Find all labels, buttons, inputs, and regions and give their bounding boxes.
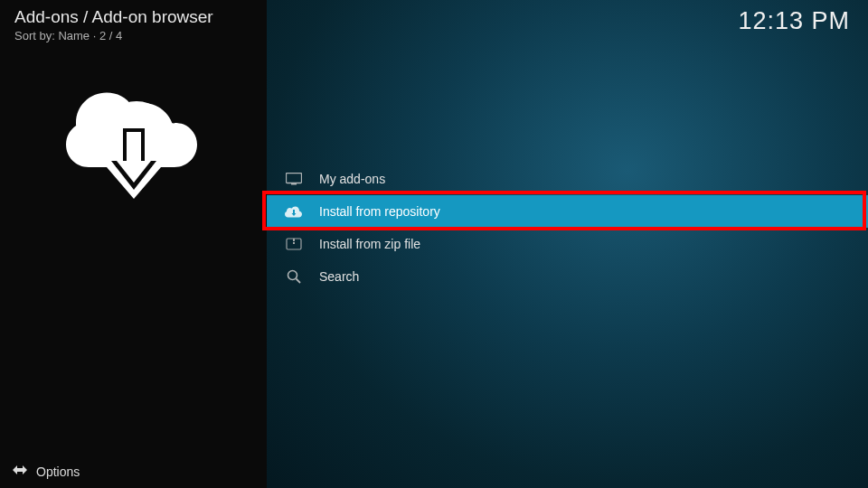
cloud-download-icon [285,202,303,221]
options-button[interactable]: Options [0,455,267,488]
search-icon [285,267,303,286]
menu-item-install-zip[interactable]: Install from zip file [267,228,868,260]
svg-rect-8 [287,174,302,183]
menu-item-label: Search [319,269,359,284]
svg-rect-12 [293,242,295,244]
cloud-download-large-icon [66,90,202,207]
svg-line-14 [297,279,301,284]
main-panel: 12:13 PM My add-ons Install from reposit… [267,0,868,488]
menu-item-search[interactable]: Search [267,260,868,293]
svg-rect-6 [127,132,141,163]
menu-item-my-addons[interactable]: My add-ons [267,163,868,195]
menu-item-label: My add-ons [319,172,385,186]
svg-rect-11 [293,239,295,241]
sort-separator: · [93,29,99,42]
list-position: 2 / 4 [99,29,122,42]
sidebar: Add-ons / Add-on browser Sort by: Name ·… [0,0,267,488]
menu-list: My add-ons Install from repository Insta… [267,163,868,293]
screen-icon [285,170,303,188]
svg-rect-9 [291,183,297,185]
menu-item-label: Install from repository [319,204,440,219]
options-label: Options [36,465,80,479]
arrows-icon [13,464,27,479]
clock: 12:13 PM [738,7,850,35]
sort-label: Sort by: [14,29,55,42]
svg-point-13 [288,271,297,280]
menu-item-install-repository[interactable]: Install from repository [267,195,868,228]
sort-line: Sort by: Name · 2 / 4 [0,29,267,42]
breadcrumb: Add-ons / Add-on browser [0,0,267,29]
menu-item-label: Install from zip file [319,237,420,251]
sort-value: Name [58,29,90,42]
zip-icon [285,235,303,253]
